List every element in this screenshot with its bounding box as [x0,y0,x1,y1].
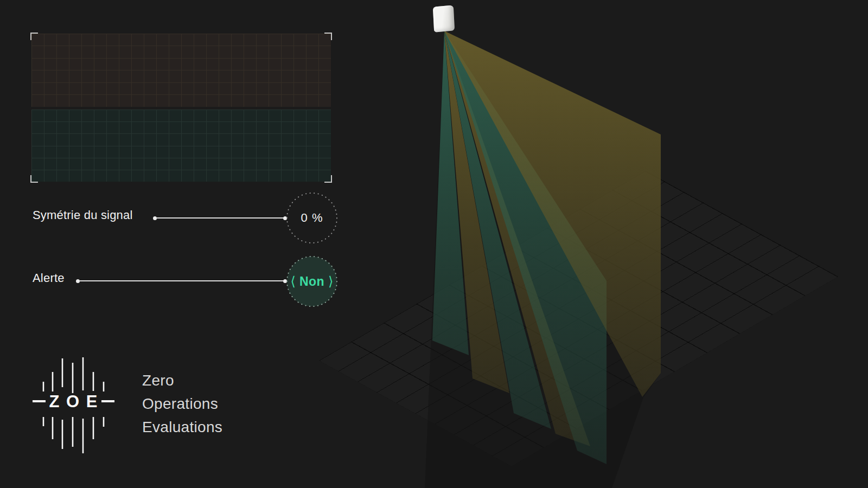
signal-grid-panel [31,34,331,182]
zoe-logo: Z O E [30,346,117,454]
alert-value: Non [299,274,324,289]
chevron-left-icon[interactable]: ⟨ [291,275,296,288]
signal-grid-lower [31,110,331,182]
logo-mark-text: Z O E [49,392,99,411]
waveform-bars-bottom [43,417,104,453]
app-root: { "app": { "background": "#1b1b1b", "acc… [0,0,868,488]
symmetry-dial[interactable]: 0 % [286,192,338,244]
symmetry-leader-line [156,217,284,219]
alert-toggle[interactable]: ⟨ Non ⟩ [286,255,338,307]
brand-word-operations: Operations [142,396,222,412]
alert-label: Alerte [33,271,65,285]
brand-word-evaluations: Evaluations [142,420,222,435]
corner-bracket-top-left [30,33,38,40]
sensor-device [433,5,455,32]
brand-words: Zero Operations Evaluations [142,373,222,435]
alert-leader-line [79,280,284,281]
corner-bracket-bottom-right [324,175,332,183]
brand-word-zero: Zero [142,373,222,388]
corner-bracket-bottom-left [30,175,38,183]
symmetry-value: 0 % [301,211,323,225]
corner-bracket-top-right [324,33,332,40]
chevron-right-icon[interactable]: ⟩ [328,275,333,288]
symmetry-label: Symétrie du signal [33,208,133,222]
waveform-bars-top [43,357,104,393]
signal-grid-upper [31,34,331,107]
